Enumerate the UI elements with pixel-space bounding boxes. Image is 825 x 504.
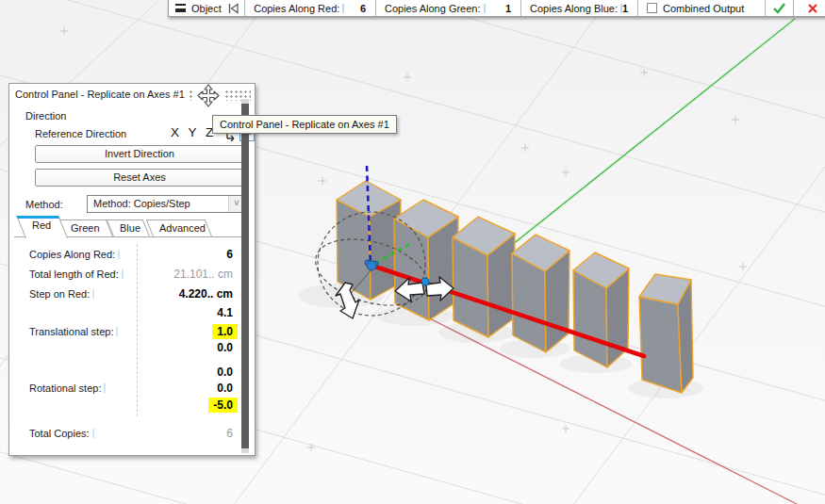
menu-icon[interactable] [175, 4, 186, 12]
total-length-label: Total length of Red: [29, 268, 124, 280]
rotational-step-y-value[interactable]: 0.0 [212, 381, 238, 396]
copies-along-green-label: Copies Along Green: [385, 3, 486, 14]
combined-output-label: Combined Output [663, 3, 744, 14]
copies-along-green-value[interactable]: 1 [505, 3, 511, 14]
copies-along-blue-field: Copies Along Blue: 1 [520, 0, 637, 16]
total-length-value[interactable]: 21.101.. cm [169, 267, 238, 282]
step-point-handle[interactable] [421, 278, 429, 285]
tab-red[interactable]: Red [25, 216, 61, 237]
copies-along-red-value[interactable]: 6 [360, 3, 366, 14]
copies-along-red-field: Copies Along Red: 6 [244, 0, 375, 16]
translational-step-z-value[interactable]: 0.0 [212, 340, 238, 355]
field-row: 0.0 [29, 364, 233, 380]
step-on-red-value[interactable]: 4.220.. cm [174, 286, 238, 301]
copies-along-red-row-value[interactable]: 6 [222, 247, 238, 262]
translational-step-y-value[interactable]: 1.0 [212, 324, 238, 339]
panel-title: Control Panel - Replicate on Axes #1 [15, 89, 185, 100]
x-icon [807, 3, 818, 14]
copies-along-green-field: Copies Along Green: 1 [375, 0, 520, 16]
tab-advanced[interactable]: Advanced [153, 219, 206, 236]
tab-green[interactable]: Green [64, 219, 107, 236]
direction-group-label: Direction [25, 110, 66, 122]
axis-letter-buttons[interactable]: X Y Z [171, 125, 216, 139]
replica-box-6[interactable] [639, 274, 693, 393]
replica-box-2[interactable] [394, 200, 458, 320]
field-row: Total Copies: 6 [29, 425, 233, 441]
copies-along-red-row-label: Copies Along Red: [29, 249, 120, 260]
tooltip: Control Panel - Replicate on Axes #1 [212, 115, 397, 134]
replica-box-3[interactable] [453, 217, 515, 337]
app-window: Object Copies Along Red: 6 Copies Along … [0, 0, 825, 504]
panel-scrollbar-thumb[interactable] [241, 104, 249, 448]
method-dropdown[interactable]: Method: Copies/Step ˅ [87, 195, 245, 213]
axis-tabstrip: Red Green Blue Advanced [9, 216, 256, 237]
translational-step-label: Translational step: [29, 326, 118, 337]
field-row: Step on Red: 4.220.. cm [29, 285, 233, 301]
rotational-step-z-value[interactable]: -5.0 [208, 398, 238, 413]
control-panel: Control Panel - Replicate on Axes #1 Dir… [8, 83, 256, 456]
field-row: Translational step: 1.0 [29, 323, 233, 339]
invert-direction-button[interactable]: Invert Direction [35, 145, 244, 163]
combined-output-checkbox[interactable] [647, 3, 657, 13]
copies-along-blue-label: Copies Along Blue: [530, 3, 622, 14]
total-copies-value[interactable]: 6 [222, 426, 238, 441]
translational-step-x-value[interactable]: 4.1 [212, 305, 238, 320]
reset-axes-button[interactable]: Reset Axes [35, 169, 244, 187]
drag-handle-dots[interactable] [189, 89, 193, 101]
field-row: -5.0 [29, 397, 233, 413]
field-row: Rotational step: 0.0 [29, 380, 233, 396]
options-toolbar: Object Copies Along Red: 6 Copies Along … [168, 0, 825, 17]
world-axis-green [512, 19, 795, 245]
total-copies-label: Total Copies: [29, 428, 94, 439]
panel-scrollbar[interactable] [241, 99, 249, 453]
tab-blue[interactable]: Blue [113, 219, 143, 236]
field-row: Copies Along Red: 6 [29, 246, 233, 262]
collapse-left-icon[interactable] [227, 2, 239, 15]
rotational-step-x-value[interactable]: 0.0 [212, 365, 238, 380]
move-cursor-icon[interactable] [196, 84, 221, 107]
cancel-button[interactable] [793, 0, 825, 16]
replica-box-4[interactable] [512, 235, 569, 352]
check-icon [772, 2, 786, 14]
field-row: 0.0 [29, 339, 233, 355]
object-menu-button[interactable]: Object [191, 3, 222, 14]
copies-along-blue-value[interactable]: 1 [622, 3, 628, 14]
rotational-step-label: Rotational step: [29, 382, 106, 394]
reference-direction-label: Reference Direction [35, 128, 126, 139]
field-row: Total length of Red: 21.101.. cm [29, 266, 233, 282]
confirm-button[interactable] [765, 0, 793, 16]
step-on-red-label: Step on Red: [29, 288, 94, 300]
copies-along-red-label: Copies Along Red: [254, 3, 344, 14]
method-dropdown-value: Method: Copies/Step [93, 198, 190, 209]
field-row: 4.1 [29, 304, 233, 320]
method-label: Method: [25, 199, 63, 210]
